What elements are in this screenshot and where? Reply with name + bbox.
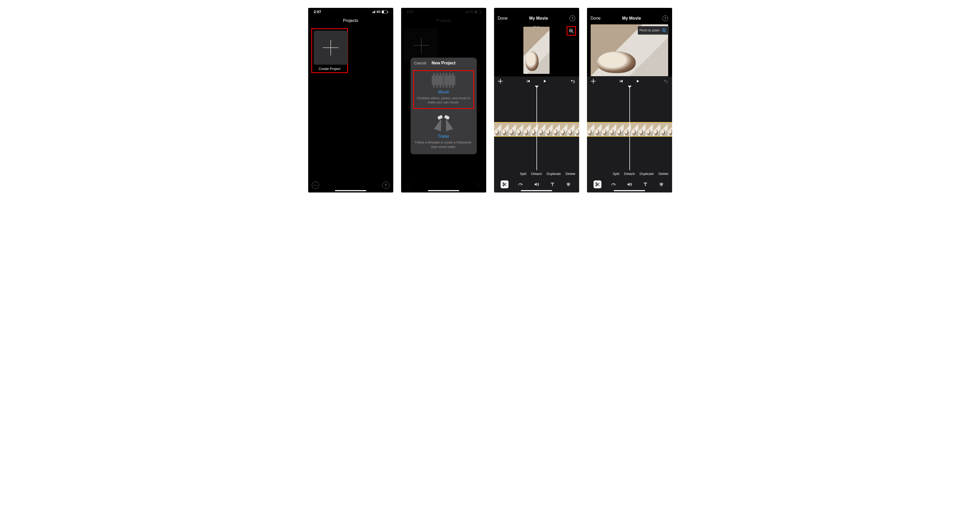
- filters-icon: [659, 182, 664, 187]
- add-media-button[interactable]: [498, 78, 503, 84]
- screen-editor-zoom-button: Done My Movie ? 15.6s Split Detach Dupli…: [494, 8, 579, 193]
- filters-tool[interactable]: [565, 180, 572, 188]
- svg-point-1: [315, 185, 315, 185]
- plus-icon: [414, 37, 429, 53]
- speaker-icon: [627, 182, 632, 187]
- svg-point-0: [313, 185, 314, 185]
- zoom-button[interactable]: [661, 27, 667, 33]
- add-media-button[interactable]: [591, 78, 596, 84]
- modal-header: Cancel New Project: [410, 57, 477, 69]
- new-project-modal: Cancel New Project Movie Combine videos,…: [410, 57, 477, 154]
- help-button[interactable]: ?: [382, 182, 390, 189]
- skip-back-button[interactable]: [525, 78, 531, 84]
- trailer-option-desc: Follow a template to create a Hollywood-…: [415, 140, 472, 149]
- svg-point-2: [316, 185, 317, 185]
- undo-button[interactable]: [570, 78, 576, 84]
- titles-tool[interactable]: [641, 180, 649, 188]
- home-indicator[interactable]: [428, 190, 459, 191]
- pinch-tooltip: Pinch to zoom: [638, 26, 669, 35]
- split-button[interactable]: Split: [612, 172, 619, 176]
- preview-clip: [523, 27, 550, 74]
- timeline[interactable]: [587, 86, 672, 170]
- volume-tool[interactable]: [625, 180, 633, 188]
- scissors-tool[interactable]: [593, 180, 601, 188]
- zoom-button[interactable]: [568, 28, 574, 34]
- timeline[interactable]: [494, 86, 579, 170]
- duplicate-button[interactable]: Duplicate: [640, 172, 654, 176]
- status-right: 4G: [465, 10, 480, 14]
- network-label: 4G: [469, 10, 473, 14]
- movie-option[interactable]: Movie Combine videos, photos, and music …: [416, 73, 471, 105]
- text-icon: [643, 182, 648, 187]
- page-title: Projects: [401, 16, 486, 25]
- clock: 2:07: [314, 10, 321, 14]
- create-project-label: Create Project: [313, 67, 345, 71]
- svg-line-22: [613, 184, 614, 185]
- delete-button[interactable]: Delete: [566, 172, 576, 176]
- editor-header: Done My Movie ?: [494, 13, 579, 24]
- cancel-button[interactable]: Cancel: [414, 61, 426, 65]
- help-button[interactable]: ?: [662, 16, 668, 21]
- text-icon: [550, 182, 555, 187]
- preview-area[interactable]: 15.6s: [494, 24, 579, 76]
- create-project-tile[interactable]: [313, 31, 348, 65]
- split-button[interactable]: Split: [520, 172, 526, 176]
- status-bar: 2:07 4G: [308, 8, 393, 16]
- playhead[interactable]: [536, 86, 537, 170]
- duplicate-button[interactable]: Duplicate: [547, 172, 561, 176]
- home-indicator[interactable]: [614, 190, 645, 191]
- filters-icon: [566, 182, 571, 187]
- project-title: My Movie: [529, 16, 548, 21]
- volume-tool[interactable]: [533, 180, 540, 188]
- delete-button[interactable]: Delete: [659, 172, 668, 176]
- speaker-icon: [534, 182, 539, 187]
- status-right: 4G: [372, 10, 387, 14]
- help-button[interactable]: ?: [570, 16, 575, 21]
- skip-back-button[interactable]: [619, 78, 624, 84]
- svg-line-12: [520, 184, 522, 185]
- plus-icon: [498, 79, 503, 84]
- done-button[interactable]: Done: [591, 16, 601, 21]
- detach-button[interactable]: Detach: [531, 172, 542, 176]
- signal-icon: [465, 11, 468, 13]
- editor-header: Done My Movie ?: [587, 13, 672, 24]
- spotlights-icon: [433, 114, 454, 132]
- undo-button[interactable]: [663, 78, 668, 84]
- trailer-option[interactable]: Trailer Follow a template to create a Ho…: [410, 110, 477, 154]
- network-label: 4G: [376, 10, 380, 14]
- trailer-option-title: Trailer: [415, 134, 472, 139]
- home-indicator[interactable]: [335, 190, 366, 191]
- more-button: [405, 182, 412, 189]
- detach-button[interactable]: Detach: [624, 172, 635, 176]
- highlight-box: [566, 26, 576, 36]
- create-project-tile-dimmed: [404, 28, 438, 62]
- speed-tool[interactable]: [517, 180, 525, 188]
- preview-area[interactable]: Pinch to zoom: [587, 24, 672, 76]
- speedometer-icon: [518, 182, 523, 187]
- scissors-icon: [502, 182, 507, 187]
- highlight-box: Create Project: [311, 28, 348, 73]
- scissors-tool[interactable]: [501, 180, 509, 188]
- more-button[interactable]: [312, 182, 319, 189]
- movie-option-desc: Combine videos, photos, and music to mak…: [416, 96, 471, 105]
- svg-line-17: [665, 31, 666, 32]
- filters-tool[interactable]: [657, 180, 665, 188]
- speed-tool[interactable]: [609, 180, 617, 188]
- transport-bar: [587, 76, 672, 86]
- status-bar: 2:07 4G: [401, 8, 486, 16]
- play-button[interactable]: [635, 78, 640, 84]
- scissors-icon: [595, 182, 600, 187]
- playhead[interactable]: [629, 86, 630, 170]
- play-button[interactable]: [542, 78, 547, 84]
- signal-icon: [372, 11, 375, 13]
- home-indicator[interactable]: [521, 190, 552, 191]
- magnifier-icon: [662, 28, 667, 33]
- screen-editor-pinch-tooltip: Done My Movie ? Pinch to zoom Split Deta…: [587, 8, 672, 193]
- screen-projects: 2:07 4G Projects Create Project ?: [308, 8, 393, 193]
- plus-icon: [323, 40, 339, 56]
- clip-actions: Split Detach Duplicate Delete: [494, 170, 579, 178]
- titles-tool[interactable]: [549, 180, 556, 188]
- done-button[interactable]: Done: [498, 16, 508, 21]
- plus-icon: [591, 79, 596, 84]
- movie-option-title: Movie: [416, 90, 471, 94]
